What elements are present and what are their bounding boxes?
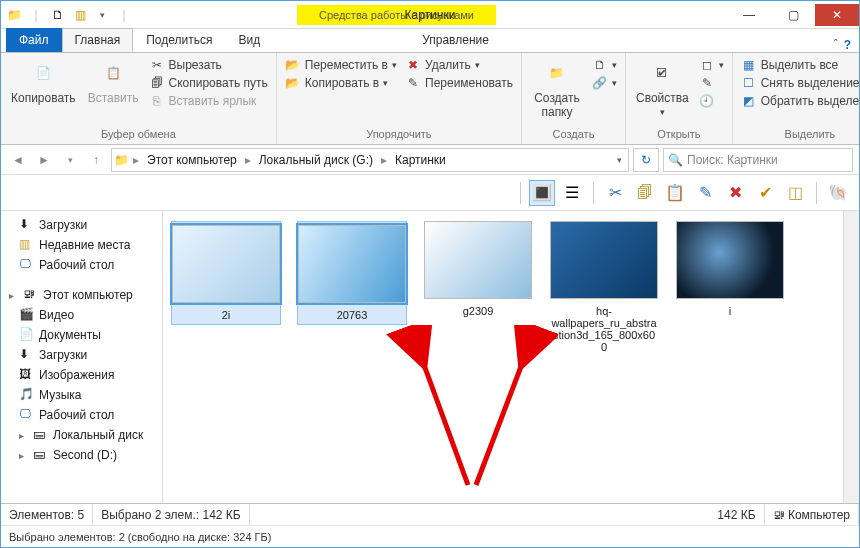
tree-node-desktop[interactable]: 🖵Рабочий стол	[3, 255, 160, 275]
separator	[520, 182, 521, 204]
cut-button[interactable]: ✂Вырезать	[149, 57, 268, 73]
tree-label: Музыка	[39, 388, 81, 402]
folder-icon: 📁	[5, 6, 23, 24]
rename-icon: ✎	[405, 75, 421, 91]
expand-icon[interactable]: ▸	[19, 450, 29, 461]
tree-node-desktop2[interactable]: 🖵Рабочий стол	[3, 405, 160, 425]
maximize-button[interactable]: ▢	[771, 4, 815, 26]
details-bar: Выбрано элементов: 2 (свободно на диске:…	[1, 525, 859, 547]
copy-to-button[interactable]: 📂Копировать в▾	[285, 75, 397, 91]
history-button[interactable]: 🕘	[699, 93, 724, 109]
breadcrumb-item[interactable]: Картинки	[391, 153, 450, 167]
svg-line-0	[413, 335, 468, 485]
view-large-icons-button[interactable]: 🔳	[529, 180, 555, 206]
expand-icon[interactable]: ▸	[19, 430, 29, 441]
rename-button[interactable]: ✎Переименовать	[405, 75, 513, 91]
delete-button[interactable]: ✖Удалить▾	[405, 57, 513, 73]
file-item[interactable]: g2309	[423, 221, 533, 317]
forward-button[interactable]: ►	[33, 149, 55, 171]
tree-node-downloads2[interactable]: ⬇Загрузки	[3, 345, 160, 365]
file-item[interactable]: i	[675, 221, 785, 317]
breadcrumb-dropdown[interactable]: ▾	[613, 155, 626, 165]
copy-path-button[interactable]: 🗐Скопировать путь	[149, 75, 268, 91]
confirm-tool-button[interactable]: ✔	[752, 180, 778, 206]
tree-label: Рабочий стол	[39, 408, 114, 422]
select-none-button[interactable]: ☐Снять выделение	[741, 75, 860, 91]
chevron-down-icon: ▾	[660, 107, 665, 117]
breadcrumb-bar[interactable]: 📁 ▸ Этот компьютер ▸ Локальный диск (G:)…	[111, 148, 629, 172]
tab-share[interactable]: Поделиться	[133, 28, 225, 52]
open-button[interactable]: ◻▾	[699, 57, 724, 73]
vertical-scrollbar[interactable]	[843, 211, 859, 503]
separator	[816, 182, 817, 204]
downloads-icon: ⬇	[19, 217, 35, 233]
views-tool-button[interactable]: ◫	[782, 180, 808, 206]
move-to-button[interactable]: 📂Переместить в▾	[285, 57, 397, 73]
collapse-ribbon-icon[interactable]: ˆ	[834, 38, 838, 52]
navigation-tree[interactable]: ⬇Загрузки ▥Недавние места 🖵Рабочий стол …	[1, 211, 163, 503]
file-item[interactable]: hq-wallpapers_ru_abstraction3d_165_800x6…	[549, 221, 659, 353]
new-item-button[interactable]: 🗋▾	[592, 57, 617, 73]
tree-node-video[interactable]: 🎬Видео	[3, 305, 160, 325]
recent-locations-button[interactable]: ▾	[59, 149, 81, 171]
file-name: g2309	[463, 305, 494, 317]
breadcrumb-item[interactable]: Этот компьютер	[143, 153, 241, 167]
copy-tool-button[interactable]: 🗐	[632, 180, 658, 206]
tree-node-recent[interactable]: ▥Недавние места	[3, 235, 160, 255]
tree-node-downloads[interactable]: ⬇Загрузки	[3, 215, 160, 235]
copy-button[interactable]: 📄 Копировать	[7, 55, 80, 107]
minimize-button[interactable]: —	[727, 4, 771, 26]
easy-access-icon: 🔗	[592, 75, 608, 91]
tree-node-music[interactable]: 🎵Музыка	[3, 385, 160, 405]
tree-node-pictures[interactable]: 🖼Изображения	[3, 365, 160, 385]
tab-manage[interactable]: Управление	[409, 28, 502, 52]
tree-label: Изображения	[39, 368, 114, 382]
tree-node-documents[interactable]: 📄Документы	[3, 325, 160, 345]
select-all-button[interactable]: ▦Выделить все	[741, 57, 860, 73]
tree-node-second-d[interactable]: ▸🖴Second (D:)	[3, 445, 160, 465]
breadcrumb-item[interactable]: Локальный диск (G:)	[255, 153, 377, 167]
qa-folder-icon[interactable]: ▥	[71, 6, 89, 24]
paste-label: Вставить	[88, 91, 139, 105]
search-box[interactable]: 🔍 Поиск: Картинки	[663, 148, 853, 172]
disk-icon: 🖴	[33, 427, 49, 443]
file-item[interactable]: 2i	[171, 221, 281, 325]
tab-view[interactable]: Вид	[225, 28, 273, 52]
delete-tool-button[interactable]: ✖	[722, 180, 748, 206]
expand-icon[interactable]: ▸	[9, 290, 19, 301]
context-tab-pictures-tools: Средства работы с рисунками	[297, 5, 496, 25]
separator	[593, 182, 594, 204]
paste-shortcut-button[interactable]: ⎘Вставить ярлык	[149, 93, 268, 109]
cut-tool-button[interactable]: ✂	[602, 180, 628, 206]
file-list[interactable]: 2i 20763 g2309 hq-wallpapers_ru_abstract…	[163, 211, 843, 503]
view-details-button[interactable]: ☰	[559, 180, 585, 206]
delete-icon: ✖	[405, 57, 421, 73]
invert-selection-button[interactable]: ◩Обратить выделение	[741, 93, 860, 109]
copy-icon: 📄	[27, 57, 59, 89]
qa-dropdown-icon[interactable]: ▾	[93, 6, 111, 24]
paste-button[interactable]: 📋 Вставить	[84, 55, 143, 107]
invert-label: Обратить выделение	[761, 94, 860, 108]
refresh-button[interactable]: ↻	[633, 148, 659, 172]
tree-node-local-disk[interactable]: ▸🖴Локальный диск	[3, 425, 160, 445]
edit-button[interactable]: ✎	[699, 75, 724, 91]
select-all-label: Выделить все	[761, 58, 839, 72]
tree-node-this-pc[interactable]: ▸🖳Этот компьютер	[3, 285, 160, 305]
new-folder-button[interactable]: 📁 Создать папку	[528, 55, 586, 121]
new-file-icon[interactable]: 🗋	[49, 6, 67, 24]
back-button[interactable]: ◄	[7, 149, 29, 171]
breadcrumb-separator: ▸	[379, 153, 389, 167]
video-icon: 🎬	[19, 307, 35, 323]
paste-tool-button[interactable]: 📋	[662, 180, 688, 206]
file-item[interactable]: 20763	[297, 221, 407, 325]
close-button[interactable]: ✕	[815, 4, 859, 26]
address-bar-row: ◄ ► ▾ ↑ 📁 ▸ Этот компьютер ▸ Локальный д…	[1, 145, 859, 175]
tab-home[interactable]: Главная	[62, 28, 134, 52]
properties-button[interactable]: 🗹 Свойства ▾	[632, 55, 693, 119]
easy-access-button[interactable]: 🔗▾	[592, 75, 617, 91]
up-button[interactable]: ↑	[85, 149, 107, 171]
help-icon[interactable]: ?	[844, 38, 851, 52]
shell-extension-button[interactable]: 🐚	[825, 180, 851, 206]
rename-tool-button[interactable]: ✎	[692, 180, 718, 206]
tab-file[interactable]: Файл	[6, 28, 62, 52]
